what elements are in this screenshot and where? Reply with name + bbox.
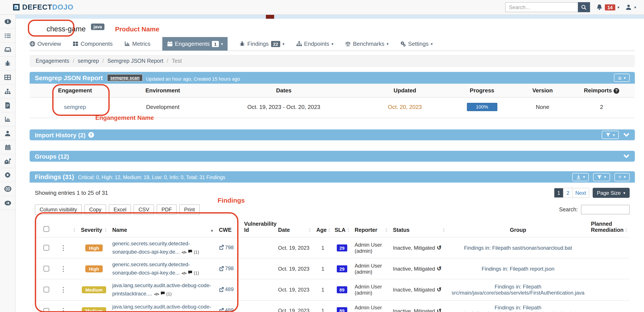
table-search-input[interactable] [581, 205, 630, 214]
page-2-button[interactable]: 2 [564, 188, 573, 197]
tab-findings[interactable]: Findings 22 ▾ [240, 37, 284, 51]
user-menu[interactable]: ▾ [626, 4, 636, 11]
breadcrumb-semgrep[interactable]: semgrep [78, 58, 99, 64]
sidebar-item-grid[interactable] [0, 71, 15, 85]
sidebar-item-dashboard[interactable] [0, 15, 15, 29]
findings-download-button[interactable]: ▾ [572, 173, 589, 181]
row-checkbox[interactable] [44, 245, 49, 251]
sort-icon[interactable]: ▲▼ [328, 227, 331, 233]
page-size-button[interactable]: Page Size▾ [593, 188, 630, 198]
product-name[interactable]: chess-game [46, 25, 86, 33]
import-filter-button[interactable]: ▾ [602, 131, 619, 139]
search-button[interactable] [578, 2, 590, 12]
groups-panel[interactable]: Groups (12) [30, 151, 635, 162]
engagement-link[interactable]: semgrep [64, 104, 86, 110]
sidebar-item-bugs[interactable] [0, 57, 15, 71]
col-group[interactable]: Group [448, 219, 588, 237]
print-button[interactable]: Print [179, 204, 200, 215]
column-visibility-button[interactable]: Column visibility [35, 204, 82, 215]
tab-metrics[interactable]: Metrics [124, 37, 150, 51]
finding-group-link[interactable]: Findings in: Filepath sast/sonar/sonarcl… [464, 245, 572, 251]
import-history-panel[interactable]: Import History (2)? ▾ [30, 129, 635, 140]
col-reporter[interactable]: Reporter [355, 227, 377, 233]
chevron-down-icon[interactable] [623, 132, 630, 137]
finding-group-link[interactable]: Findings in: Filepath src/main/java/core… [457, 304, 580, 312]
cwe-link[interactable]: 489 [219, 307, 234, 312]
vulnerability-id-cell [242, 279, 276, 300]
tab-benchmarks[interactable]: Benchmarks ▾ [345, 37, 388, 51]
history-icon[interactable]: ↺ [437, 244, 442, 251]
sort-icon[interactable]: ▲▼ [236, 227, 239, 233]
chevron-down-icon[interactable] [623, 154, 630, 159]
tab-endpoints[interactable]: Endpoints ▾ [296, 37, 334, 51]
finding-group-link[interactable]: Findings in: Filepath report.json [482, 266, 554, 272]
excel-button[interactable]: Excel [109, 204, 131, 215]
sort-icon[interactable]: ▲▼ [308, 227, 311, 233]
finding-name-link[interactable]: generic.secrets.security.detected-sonarq… [112, 241, 190, 255]
tab-settings[interactable]: Settings ▾ [400, 37, 433, 51]
sort-icon[interactable]: ▲▼ [104, 227, 107, 233]
findings-filter-button[interactable]: ▾ [593, 173, 610, 181]
row-checkbox[interactable] [44, 287, 49, 293]
search-input[interactable] [505, 2, 578, 12]
notifications-menu[interactable]: 14 ▾ [596, 4, 620, 11]
defectdojo-logo[interactable]: DEFECTDOJO [13, 3, 74, 11]
copy-button[interactable]: Copy [84, 204, 106, 215]
history-icon[interactable]: ↺ [437, 307, 442, 312]
next-page-button[interactable]: Next [573, 188, 588, 197]
sidebar-item-calendar[interactable] [0, 140, 15, 154]
tab-overview[interactable]: Overview [30, 37, 61, 51]
sidebar-item-metrics[interactable] [0, 112, 15, 126]
col-status[interactable]: Status [393, 227, 410, 233]
kebab-menu-icon[interactable]: ⋮ [60, 244, 66, 251]
col-vulnerability-id[interactable]: Vulnerability Id [244, 221, 276, 233]
sort-icon[interactable]: ▲▼ [625, 227, 628, 233]
breadcrumb-engagements[interactable]: Engagements [36, 58, 69, 64]
sidebar-item-support[interactable] [0, 182, 15, 196]
kebab-menu-icon[interactable]: ⋮ [60, 307, 66, 312]
history-icon[interactable]: ↺ [437, 286, 442, 293]
sidebar-item-product[interactable] [0, 154, 15, 168]
select-all-checkbox[interactable] [44, 226, 49, 232]
sort-icon[interactable]: ▲▼ [347, 227, 350, 233]
col-age[interactable]: Age [316, 227, 326, 233]
history-icon[interactable]: ↺ [437, 266, 442, 272]
sidebar-item-list[interactable] [0, 29, 15, 43]
row-checkbox[interactable] [44, 308, 49, 312]
breadcrumb-report[interactable]: Semgrep JSON Report [108, 58, 164, 64]
col-severity[interactable]: Severity [81, 227, 102, 233]
cwe-link[interactable]: 489 [219, 286, 234, 292]
finding-name-link[interactable]: generic.secrets.security.detected-sonarq… [112, 261, 190, 276]
csv-button[interactable]: CSV [134, 204, 154, 215]
question-circle-icon[interactable]: ? [614, 88, 619, 93]
row-checkbox[interactable] [44, 266, 49, 272]
kebab-menu-icon[interactable]: ⋮ [60, 265, 66, 272]
cwe-link[interactable]: 798 [219, 244, 234, 251]
findings-add-button[interactable]: +▾ [614, 173, 630, 181]
kebab-menu-icon[interactable]: ⋮ [60, 286, 66, 293]
tab-engagements[interactable]: Engagements 1 ▾ [162, 37, 228, 51]
sort-icon[interactable]: ▲▼ [73, 227, 76, 233]
tab-components[interactable]: Components [73, 37, 112, 51]
sidebar-item-logout[interactable] [0, 196, 15, 210]
pdf-button[interactable]: PDF [157, 204, 177, 215]
sidebar-item-endpoints[interactable] [0, 85, 15, 98]
col-name[interactable]: Name [112, 227, 127, 233]
col-sla[interactable]: SLA [334, 227, 346, 233]
scan-type-badge[interactable]: semgrep scan [107, 74, 143, 81]
cwe-link[interactable]: 798 [219, 265, 234, 271]
sidebar-item-users[interactable] [0, 126, 15, 140]
sort-ascending-icon[interactable]: ▲ [210, 228, 214, 233]
finding-group-link[interactable]: Findings in: Filepath src/main/java/core… [452, 284, 584, 296]
test-options-button[interactable]: ≡▾ [614, 74, 630, 82]
sort-icon[interactable]: ▲▼ [442, 227, 445, 233]
col-cwe[interactable]: CWE [219, 227, 232, 233]
question-circle-icon[interactable]: ? [88, 132, 94, 138]
page-1-button[interactable]: 1 [554, 188, 564, 197]
sidebar-item-inbox[interactable] [0, 43, 15, 57]
sidebar-item-reports[interactable] [0, 98, 15, 112]
sidebar-item-settings[interactable] [0, 168, 15, 182]
col-planned-remediation[interactable]: Planned Remediation [591, 221, 624, 233]
sort-icon[interactable]: ▲▼ [385, 227, 388, 233]
col-date[interactable]: Date [278, 227, 290, 233]
